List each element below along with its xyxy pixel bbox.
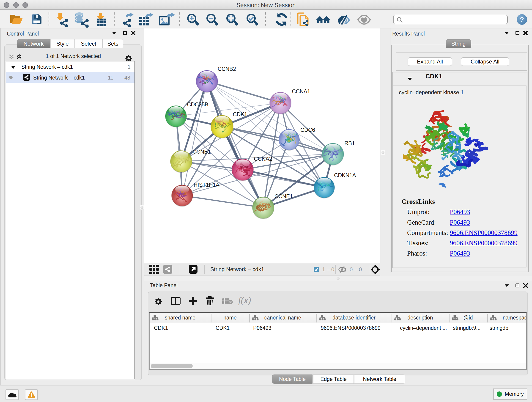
svg-text:CCNA1: CCNA1 [292,88,310,95]
svg-text:CCNE1: CCNE1 [274,193,293,199]
svg-text:CDK1: CDK1 [233,111,247,117]
svg-text:CDC6: CDC6 [300,127,315,133]
svg-text:RB1: RB1 [344,140,355,146]
svg-text:CCNB1: CCNB1 [192,148,211,155]
svg-text:HIST1H1A: HIST1H1A [194,182,220,188]
svg-text:CDKN1A: CDKN1A [334,172,356,178]
svg-text:CDC25B: CDC25B [187,101,208,108]
svg-text:CCNA2: CCNA2 [254,156,272,162]
svg-text:CCNB2: CCNB2 [218,66,236,72]
